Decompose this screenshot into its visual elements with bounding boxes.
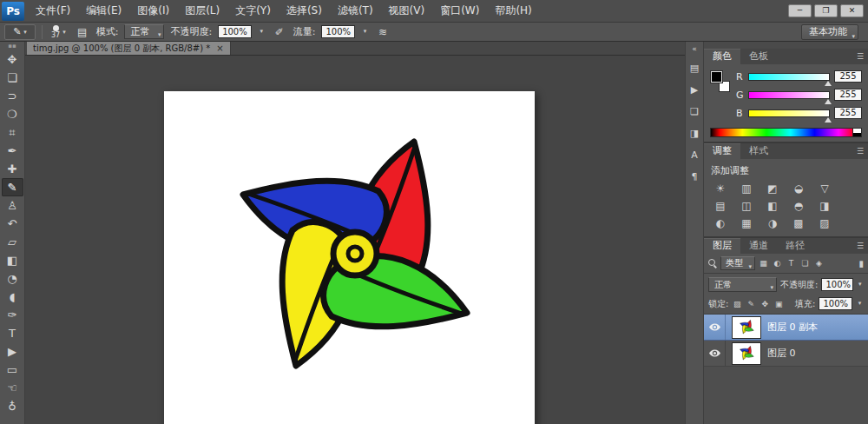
blue-channel-slider[interactable] bbox=[748, 109, 830, 117]
blur-tool[interactable]: ◔ bbox=[2, 269, 23, 288]
vibrance-icon[interactable]: ▽ bbox=[815, 182, 834, 195]
layer-thumbnail[interactable] bbox=[732, 316, 761, 339]
channel-mixer-icon[interactable]: ◨ bbox=[815, 199, 834, 213]
green-channel-value[interactable]: 255 bbox=[834, 89, 862, 101]
layer-opacity-dropdown-icon[interactable] bbox=[857, 278, 864, 291]
red-channel-slider[interactable] bbox=[748, 73, 830, 81]
flow-field[interactable]: 100% bbox=[321, 25, 355, 38]
red-channel-value[interactable]: 255 bbox=[834, 70, 862, 83]
adjustment-layer-filter-icon[interactable]: ◐ bbox=[772, 257, 783, 269]
foreground-color-swatch[interactable] bbox=[711, 71, 722, 83]
color-spectrum-ramp[interactable] bbox=[710, 128, 862, 137]
gradient-map-icon[interactable]: ▩ bbox=[789, 216, 808, 230]
tab-styles[interactable]: 样式 bbox=[740, 143, 777, 159]
move-tool[interactable]: ✥ bbox=[2, 50, 23, 69]
threshold-icon[interactable]: ◑ bbox=[763, 216, 782, 230]
lock-all-icon[interactable]: ▣ bbox=[773, 298, 784, 309]
lock-pixels-icon[interactable]: ✎ bbox=[746, 298, 756, 309]
tab-adjustments[interactable]: 调整 bbox=[704, 143, 740, 159]
opacity-dropdown-icon[interactable] bbox=[258, 25, 266, 38]
gradient-tool[interactable]: ◧ bbox=[2, 251, 23, 269]
tab-layers[interactable]: 图层 bbox=[704, 238, 740, 254]
paragraph-panel-icon[interactable]: ¶ bbox=[687, 169, 702, 183]
crop-tool[interactable]: ⌗ bbox=[2, 123, 23, 142]
green-channel-slider[interactable] bbox=[748, 91, 830, 99]
tab-channels[interactable]: 通道 bbox=[740, 238, 777, 254]
zoom-tool[interactable]: ♁ bbox=[2, 397, 23, 415]
blend-mode-dropdown[interactable]: 正常 bbox=[124, 24, 164, 39]
character-panel-icon[interactable]: A bbox=[687, 148, 702, 162]
pen-tool[interactable]: ✑ bbox=[2, 306, 23, 324]
tool-preset-picker[interactable]: ✎ bbox=[4, 24, 36, 40]
exposure-icon[interactable]: ◒ bbox=[789, 182, 808, 195]
tool-presets-panel-icon[interactable]: ❏ bbox=[687, 104, 702, 118]
properties-panel-icon[interactable]: ◨ bbox=[687, 126, 702, 140]
layers-panel-menu-icon[interactable]: ☰ bbox=[852, 238, 868, 254]
maximize-button[interactable]: ❐ bbox=[814, 4, 838, 17]
hue-saturation-icon[interactable]: ▤ bbox=[711, 199, 730, 213]
layer-row-original[interactable]: 图层 0 bbox=[704, 341, 868, 367]
document-tab[interactable]: timg.jpg @ 100% (图层 0 副本, RGB/8#) * × bbox=[27, 42, 231, 55]
canvas-area[interactable] bbox=[25, 56, 685, 424]
lock-transparent-icon[interactable]: ▨ bbox=[732, 298, 742, 309]
tab-paths[interactable]: 路径 bbox=[777, 238, 813, 254]
menu-window[interactable]: 窗口(W) bbox=[432, 0, 487, 22]
eraser-tool[interactable]: ▱ bbox=[2, 233, 23, 251]
clone-stamp-tool[interactable]: ♙ bbox=[2, 196, 23, 215]
levels-icon[interactable]: ▥ bbox=[737, 182, 756, 195]
mini-bridge-panel-icon[interactable]: ▤ bbox=[687, 61, 702, 75]
smart-object-filter-icon[interactable]: ◈ bbox=[813, 257, 825, 269]
lock-position-icon[interactable]: ✥ bbox=[760, 298, 770, 309]
menu-view[interactable]: 视图(V) bbox=[381, 0, 433, 22]
layer-row-copy[interactable]: 图层 0 副本 bbox=[704, 315, 868, 341]
tab-swatches[interactable]: 色板 bbox=[740, 49, 777, 64]
minimize-button[interactable]: ─ bbox=[788, 4, 812, 17]
path-selection-tool[interactable]: ▶ bbox=[2, 342, 23, 361]
shape-tool[interactable]: ▭ bbox=[2, 361, 23, 379]
workspace-switcher[interactable]: 基本功能 bbox=[801, 24, 858, 40]
menu-help[interactable]: 帮助(H) bbox=[487, 0, 539, 22]
menu-select[interactable]: 选择(S) bbox=[279, 0, 330, 22]
document-canvas[interactable] bbox=[164, 91, 535, 424]
menu-image[interactable]: 图像(I) bbox=[129, 0, 177, 22]
photo-filter-icon[interactable]: ◓ bbox=[789, 199, 808, 213]
black-white-icon[interactable]: ◧ bbox=[763, 199, 782, 213]
layer-filter-type-dropdown[interactable]: 类型 bbox=[720, 256, 755, 270]
black-white-ramp[interactable] bbox=[852, 129, 861, 136]
curves-icon[interactable]: ◩ bbox=[763, 182, 782, 195]
airbrush-icon[interactable]: ≋ bbox=[375, 24, 391, 40]
lasso-tool[interactable]: ⊃ bbox=[2, 87, 23, 105]
dodge-tool[interactable]: ◖ bbox=[2, 288, 23, 306]
foreground-background-swatch[interactable] bbox=[710, 70, 731, 93]
menu-layer[interactable]: 图层(L) bbox=[177, 0, 227, 22]
adjustments-panel-menu-icon[interactable]: ☰ bbox=[852, 143, 868, 159]
type-layer-filter-icon[interactable]: T bbox=[786, 257, 797, 269]
flow-dropdown-icon[interactable] bbox=[361, 25, 369, 38]
brightness-contrast-icon[interactable]: ☀ bbox=[711, 182, 730, 195]
menu-type[interactable]: 文字(Y) bbox=[227, 0, 279, 22]
eyedropper-tool[interactable]: ✒ bbox=[2, 142, 23, 160]
opacity-field[interactable]: 100% bbox=[218, 25, 252, 38]
color-panel-menu-icon[interactable]: ☰ bbox=[852, 49, 868, 64]
layer-thumbnail[interactable] bbox=[732, 342, 761, 365]
posterize-icon[interactable]: ▦ bbox=[737, 216, 756, 230]
brush-preset-picker[interactable]: 37 bbox=[49, 23, 69, 41]
layer-fill-field[interactable]: 100% bbox=[819, 297, 852, 310]
spot-healing-brush-tool[interactable]: ✚ bbox=[2, 160, 23, 178]
tab-close-icon[interactable]: × bbox=[216, 42, 223, 56]
pixel-layer-filter-icon[interactable]: ▦ bbox=[758, 257, 769, 269]
shape-layer-filter-icon[interactable]: ❏ bbox=[799, 257, 811, 269]
menu-edit[interactable]: 编辑(E) bbox=[78, 0, 129, 22]
invert-icon[interactable]: ◐ bbox=[711, 216, 730, 230]
layer-name[interactable]: 图层 0 副本 bbox=[767, 321, 818, 334]
toggle-brush-panel-icon[interactable]: ▤ bbox=[75, 24, 90, 40]
history-brush-tool[interactable]: ↶ bbox=[2, 215, 23, 233]
layer-filter-toggle-icon[interactable]: ▮ bbox=[858, 259, 864, 268]
layer-name[interactable]: 图层 0 bbox=[767, 347, 796, 360]
pressure-opacity-icon[interactable]: ✐ bbox=[272, 24, 287, 40]
actions-panel-icon[interactable]: ▶ bbox=[687, 83, 702, 96]
quick-selection-tool[interactable]: ❍ bbox=[2, 105, 23, 123]
layer-blend-mode-dropdown[interactable]: 正常 bbox=[708, 277, 777, 292]
layer-visibility-cell[interactable] bbox=[704, 341, 726, 366]
rectangular-marquee-tool[interactable]: ❏ bbox=[2, 69, 23, 87]
